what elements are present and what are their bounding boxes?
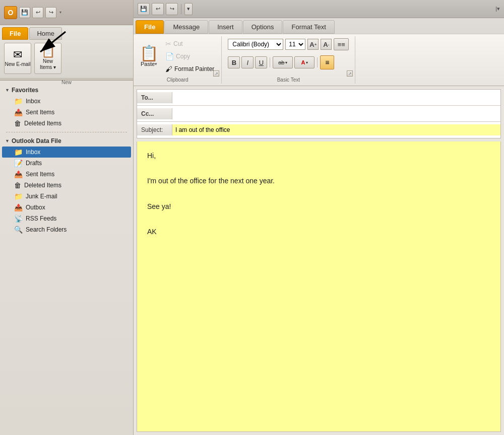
sent-fav-icon: 📤 <box>14 108 23 116</box>
right-ribbon: File Message Insert Options Format Text … <box>134 18 504 86</box>
sidebar-item-drafts[interactable]: 📝 Drafts <box>2 158 131 169</box>
inbox-fav-icon: 📁 <box>14 97 23 105</box>
ribbon-content: ✉ New E-mail 📋 NewItems ▾ <box>0 40 133 77</box>
sidebar-item-inbox-fav[interactable]: 📁 Inbox <box>2 96 131 107</box>
to-field[interactable] <box>172 92 500 103</box>
sidebar-item-rss[interactable]: 📡 RSS Feeds <box>2 213 131 224</box>
align-button[interactable]: ≡ <box>320 55 334 69</box>
save-right-button[interactable]: 💾 <box>138 3 150 15</box>
body-line2: I'm out of the office for the next one y… <box>147 175 490 187</box>
strikethrough-arrow: ▾ <box>285 60 287 65</box>
tab-insert[interactable]: Insert <box>209 20 242 34</box>
font-name-select[interactable]: Calibri (Body) <box>228 39 283 50</box>
underline-button[interactable]: U <box>255 56 267 68</box>
clipboard-group: 📋 Paste ▾ ✂ Cut 📄 Copy <box>134 36 222 84</box>
sidebar-item-outbox[interactable]: 📤 Outbox <box>2 202 131 213</box>
font-color-icon: A <box>301 59 305 65</box>
outbox-label: Outbox <box>26 204 45 211</box>
clipboard-label: Clipboard <box>134 77 221 83</box>
font-color-button[interactable]: A ▾ <box>294 56 314 68</box>
drafts-icon: 📝 <box>14 159 23 167</box>
deleted-fav-label: Deleted Items <box>24 120 61 127</box>
paste-button[interactable]: 📋 Paste ▾ <box>138 44 160 69</box>
favorites-triangle: ▼ <box>5 88 10 93</box>
format-painter-label: Format Painter <box>174 65 214 72</box>
sidebar-item-inbox-main[interactable]: 📁 Inbox <box>2 147 131 158</box>
format-sep-1 <box>270 57 270 67</box>
cc-button[interactable]: Cc... <box>137 108 172 119</box>
basic-text-expand-button[interactable]: ↗ <box>347 70 353 77</box>
search-label: Search Folders <box>26 226 67 233</box>
new-items-button[interactable]: 📋 NewItems ▾ <box>34 43 61 74</box>
outbox-icon: 📤 <box>14 203 23 211</box>
new-email-button[interactable]: ✉ New E-mail <box>4 43 31 74</box>
sidebar-item-deleted-fav[interactable]: 🗑 Deleted Items <box>2 118 131 129</box>
ribbon-toolbar: 📋 Paste ▾ ✂ Cut 📄 Copy <box>134 34 504 86</box>
office-button[interactable]: O <box>4 6 17 19</box>
copy-label: Copy <box>176 53 190 60</box>
bold-button[interactable]: B <box>228 56 240 68</box>
tab-file-left[interactable]: File <box>2 27 28 40</box>
new-items-icon: 📋 <box>41 46 55 57</box>
cc-field[interactable] <box>172 108 500 119</box>
redo-qat-button[interactable]: ↪ <box>45 7 56 18</box>
to-button[interactable]: To... <box>137 92 172 103</box>
italic-button[interactable]: I <box>241 56 254 68</box>
new-items-label: NewItems ▾ <box>40 58 56 70</box>
basic-text-label: Basic Text <box>222 77 355 83</box>
paste-label: Paste <box>141 61 155 67</box>
basic-text-content: Calibri (Body) 11 A+ A- ≡≡ B I U <box>228 38 349 75</box>
sidebar-item-sent-fav[interactable]: 📤 Sent Items <box>2 107 131 118</box>
ribbon-collapse-btn[interactable]: |▾ <box>495 6 500 12</box>
decrease-font-button[interactable]: A- <box>321 39 332 50</box>
rss-label: RSS Feeds <box>26 215 56 222</box>
increase-font-button[interactable]: A+ <box>307 39 319 50</box>
font-row: Calibri (Body) 11 A+ A- ≡≡ <box>228 38 349 50</box>
qat-more-button[interactable]: ▾ <box>59 10 61 15</box>
font-size-select[interactable]: 11 <box>285 39 305 50</box>
junk-label: Junk E-mail <box>26 193 57 200</box>
outlook-data-file-header[interactable]: ▼ Outlook Data File <box>2 135 131 147</box>
cut-copy-format-group: ✂ Cut 📄 Copy 🖌 Format Painter <box>162 38 217 75</box>
format-painter-button[interactable]: 🖌 Format Painter <box>162 63 217 75</box>
tab-options[interactable]: Options <box>243 20 283 34</box>
nav-tree: ▼ Favorites 📁 Inbox 📤 Sent Items 🗑 Delet… <box>0 81 133 435</box>
sidebar-item-sent-main[interactable]: 📤 Sent Items <box>2 169 131 180</box>
clipboard-expand-button[interactable]: ↗ <box>213 70 219 77</box>
sidebar-item-deleted-main[interactable]: 🗑 Deleted Items <box>2 180 131 191</box>
save-qat-button[interactable]: 💾 <box>19 7 30 18</box>
to-row: To... <box>137 90 500 106</box>
right-qat: 💾 ↩ ↪ ▾ |▾ <box>134 0 504 18</box>
favorites-label: Favorites <box>12 87 38 94</box>
inbox-main-label: Inbox <box>26 149 40 156</box>
sidebar-item-junk[interactable]: 📁 Junk E-mail <box>2 191 131 202</box>
tab-message[interactable]: Message <box>164 20 208 34</box>
tab-file-right[interactable]: File <box>136 20 164 34</box>
email-body[interactable]: Hi, I'm out of the office for the next o… <box>137 141 501 432</box>
tab-home-left[interactable]: Home <box>29 27 62 40</box>
copy-icon: 📄 <box>165 52 174 60</box>
tab-format-text[interactable]: Format Text <box>283 20 334 34</box>
copy-button[interactable]: 📄 Copy <box>162 51 217 62</box>
cut-button[interactable]: ✂ Cut <box>162 38 217 49</box>
nav-divider <box>6 132 127 132</box>
outlook-label: Outlook Data File <box>12 137 61 144</box>
more-right-button[interactable]: ▾ <box>184 3 193 15</box>
subject-field[interactable] <box>172 124 500 135</box>
list-button[interactable]: ≡≡ <box>334 38 349 50</box>
rss-icon: 📡 <box>14 214 23 223</box>
undo-qat-button[interactable]: ↩ <box>32 7 43 18</box>
drafts-label: Drafts <box>26 160 42 167</box>
sidebar-item-search[interactable]: 🔍 Search Folders <box>2 224 131 235</box>
favorites-header[interactable]: ▼ Favorites <box>2 85 131 96</box>
strikethrough-button[interactable]: ab ▾ <box>273 56 293 68</box>
body-line1: Hi, <box>147 150 490 162</box>
undo-right-button[interactable]: ↩ <box>152 3 164 15</box>
search-icon: 🔍 <box>14 226 23 234</box>
paste-icon: 📋 <box>140 46 158 61</box>
junk-icon: 📁 <box>14 192 23 200</box>
redo-right-button[interactable]: ↪ <box>166 3 178 15</box>
deleted-fav-icon: 🗑 <box>14 119 21 127</box>
sent-fav-label: Sent Items <box>26 109 54 116</box>
right-panel: 💾 ↩ ↪ ▾ |▾ File Message Insert Options F… <box>134 0 504 435</box>
